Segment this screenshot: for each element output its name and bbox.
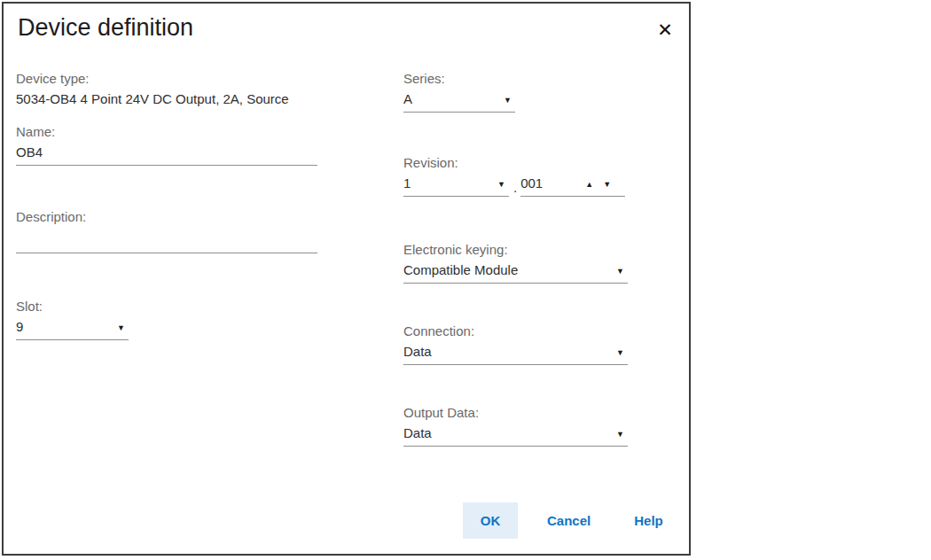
cancel-button[interactable]: Cancel <box>547 513 591 528</box>
field-electronic-keying: Electronic keying: Compatible Module ▼ <box>403 240 628 284</box>
field-connection: Connection: Data ▼ <box>403 322 628 365</box>
electronic-keying-dropdown[interactable]: Compatible Module ▼ <box>403 260 628 284</box>
name-input[interactable]: OB4 <box>16 142 317 166</box>
electronic-keying-value: Compatible Module <box>403 262 518 277</box>
close-button[interactable]: ✕ <box>653 18 677 43</box>
caret-down-icon: ▼ <box>117 324 125 332</box>
series-label: Series: <box>403 69 515 89</box>
device-definition-dialog: Device definition ✕ Device type: 5034-OB… <box>2 2 691 556</box>
output-data-value: Data <box>403 425 432 440</box>
caret-up-icon[interactable]: ▲ <box>585 181 593 189</box>
device-type-label: Device type: <box>16 69 335 89</box>
field-output-data: Output Data: Data ▼ <box>403 403 628 447</box>
field-name: Name: OB4 <box>16 122 317 166</box>
dialog-button-row: OK Cancel Help <box>463 502 663 539</box>
field-description: Description: <box>16 207 317 253</box>
caret-down-icon: ▼ <box>497 181 505 189</box>
revision-major-value: 1 <box>403 175 411 191</box>
device-type-value: 5034-OB4 4 Point 24V DC Output, 2A, Sour… <box>16 89 335 112</box>
caret-down-icon: ▼ <box>504 97 512 105</box>
description-label: Description: <box>16 207 317 227</box>
field-device-type: Device type: 5034-OB4 4 Point 24V DC Out… <box>16 69 335 112</box>
revision-minor-value: 001 <box>520 175 543 191</box>
electronic-keying-label: Electronic keying: <box>403 240 628 260</box>
caret-down-icon[interactable]: ▼ <box>603 181 611 189</box>
series-value: A <box>403 91 412 106</box>
name-label: Name: <box>16 122 317 142</box>
connection-label: Connection: <box>403 322 628 341</box>
revision-minor-spinner[interactable]: 001 ▲ ▼ <box>520 173 625 197</box>
slot-label: Slot: <box>16 297 129 316</box>
ok-button[interactable]: OK <box>463 502 518 539</box>
page-title: Device definition <box>18 14 193 42</box>
connection-value: Data <box>403 344 432 359</box>
revision-major-dropdown[interactable]: 1 ▼ <box>403 173 509 197</box>
caret-down-icon: ▼ <box>616 349 624 357</box>
slot-value: 9 <box>16 319 23 334</box>
help-button[interactable]: Help <box>634 513 663 528</box>
output-data-label: Output Data: <box>403 403 628 423</box>
caret-down-icon: ▼ <box>616 268 624 276</box>
revision-label: Revision: <box>403 153 625 173</box>
description-input[interactable] <box>16 227 317 253</box>
caret-down-icon: ▼ <box>616 431 624 439</box>
series-dropdown[interactable]: A ▼ <box>403 89 515 113</box>
field-revision: Revision: 1 ▼ . 001 ▲ ▼ <box>403 153 625 197</box>
slot-dropdown[interactable]: 9 ▼ <box>16 316 129 340</box>
output-data-dropdown[interactable]: Data ▼ <box>403 423 628 447</box>
field-series: Series: A ▼ <box>403 69 515 113</box>
revision-separator: . <box>509 180 520 197</box>
field-slot: Slot: 9 ▼ <box>16 297 129 340</box>
connection-dropdown[interactable]: Data ▼ <box>403 341 628 365</box>
close-icon: ✕ <box>657 19 673 41</box>
spinner-arrows: ▲ ▼ <box>585 181 611 189</box>
